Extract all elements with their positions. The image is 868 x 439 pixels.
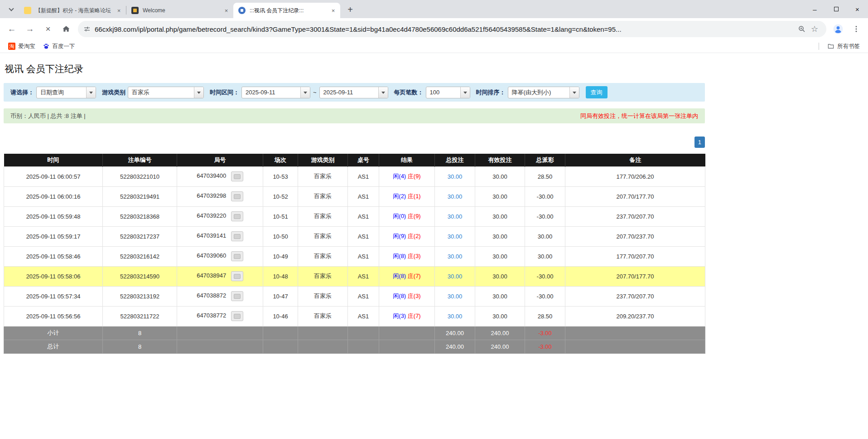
summary-empty <box>177 340 263 353</box>
per-page-input[interactable]: 100 <box>426 87 470 98</box>
sort-value: 降幂(由大到小) <box>508 87 569 98</box>
sort-select[interactable]: 降幂(由大到小) <box>508 87 579 98</box>
round-detail-icon[interactable] <box>231 311 243 321</box>
total-bet-link[interactable]: 30.00 <box>448 293 463 300</box>
banker-result: 庄(7) <box>408 273 421 279</box>
total-bet-link[interactable]: 30.00 <box>448 213 463 220</box>
cell-time: 2025-09-11 05:59:48 <box>4 206 103 226</box>
total-bet-link[interactable]: 30.00 <box>448 253 463 260</box>
total-bet-link[interactable]: 30.00 <box>448 313 463 320</box>
search-button[interactable]: 查询 <box>586 86 608 98</box>
table-row[interactable]: 2025-09-11 05:58:46522803216142647039060… <box>4 246 705 266</box>
url-text[interactable]: 66cxkj98.com/ipl/portal.php/game/betreco… <box>95 25 796 33</box>
bookmark-label: 百度一下 <box>53 43 75 50</box>
round-detail-icon[interactable] <box>231 271 243 281</box>
round-detail-icon[interactable] <box>231 211 243 221</box>
bookmark-label: 爱淘宝 <box>18 43 35 50</box>
tab-bet-records[interactable]: :::视讯 会员下注纪录::: × <box>233 3 340 18</box>
table-row[interactable]: 2025-09-11 05:59:17522803217237647039141… <box>4 226 705 246</box>
table-row[interactable]: 2025-09-11 06:00:16522803219491647039298… <box>4 186 705 206</box>
cell-payout: -30.00 <box>525 266 565 286</box>
cell-time: 2025-09-11 05:58:06 <box>4 266 103 286</box>
stop-button[interactable]: × <box>40 21 56 37</box>
cell-round: 647039298 <box>177 186 263 206</box>
date-from-input[interactable]: 2025-09-11 <box>241 87 310 98</box>
bookmark-star-icon[interactable]: ☆ <box>808 23 821 35</box>
card-glyph <box>234 194 241 199</box>
bookmarks-separator <box>819 43 819 50</box>
summary-empty <box>348 340 379 353</box>
all-bookmarks-button[interactable]: 所有书签 <box>824 41 863 52</box>
back-button[interactable]: ← <box>4 21 20 37</box>
table-row[interactable]: 2025-09-11 06:00:57522803221010647039400… <box>4 166 705 186</box>
chevron-down-icon[interactable] <box>194 87 203 98</box>
chevron-down-icon[interactable] <box>300 87 310 98</box>
total-bet-link[interactable]: 30.00 <box>448 233 463 240</box>
pagination: 1 <box>4 137 705 148</box>
cell-result: 闲(4) 庄(9) <box>379 166 435 186</box>
date-to-input[interactable]: 2025-09-11 <box>319 87 388 98</box>
chevron-down-icon[interactable] <box>460 87 470 98</box>
tab-search-button[interactable] <box>5 3 18 16</box>
site-info-button[interactable] <box>83 25 91 33</box>
summary-empty <box>263 326 298 340</box>
home-icon <box>62 24 71 34</box>
close-window-button[interactable]: × <box>847 0 868 18</box>
close-icon[interactable]: × <box>329 7 337 15</box>
total-bet-link[interactable]: 30.00 <box>448 273 463 280</box>
player-result: 闲(8) <box>393 293 406 299</box>
chevron-down-icon[interactable] <box>86 87 96 98</box>
total-bet-link[interactable]: 30.00 <box>448 173 463 180</box>
chevron-down-icon[interactable] <box>569 87 579 98</box>
table-row[interactable]: 2025-09-11 05:57:34522803213192647038872… <box>4 286 705 306</box>
game-type-select[interactable]: 百家乐 <box>128 87 204 98</box>
tab-title: Welcome <box>143 7 221 14</box>
cell-note: 237.70/207.70 <box>565 286 705 306</box>
total-bet-link[interactable]: 30.00 <box>448 193 463 200</box>
round-detail-icon[interactable] <box>231 291 243 301</box>
close-icon[interactable]: × <box>115 7 123 15</box>
table-row[interactable]: 2025-09-11 05:59:48522803218368647039220… <box>4 206 705 226</box>
betrecord-favicon-icon <box>238 7 246 14</box>
cell-bet-id: 522803214590 <box>103 266 177 286</box>
round-detail-icon[interactable] <box>231 231 243 241</box>
page-1-button[interactable]: 1 <box>694 137 705 148</box>
table-row[interactable]: 2025-09-11 05:56:56522803211722647038772… <box>4 306 705 326</box>
table-row[interactable]: 2025-09-11 05:58:06522803214590647038947… <box>4 266 705 286</box>
cell-valid-bet: 30.00 <box>475 306 525 326</box>
forward-button[interactable]: → <box>22 21 38 37</box>
close-icon[interactable]: × <box>222 7 230 15</box>
cell-valid-bet: 30.00 <box>475 166 525 186</box>
round-detail-icon[interactable] <box>231 251 243 261</box>
chevron-down-icon[interactable] <box>378 87 388 98</box>
player-result: 闲(9) <box>393 233 406 239</box>
tab-forum[interactable]: 【新提醒】积分 - 海燕策略论坛 × <box>19 3 126 18</box>
cell-payout: 30.00 <box>525 246 565 266</box>
cell-bet-id: 522803221010 <box>103 166 177 186</box>
tab-welcome[interactable]: Welcome × <box>126 3 233 18</box>
query-type-select[interactable]: 日期查询 <box>36 87 96 98</box>
player-result: 闲(3) <box>393 312 406 319</box>
round-detail-icon[interactable] <box>231 171 243 181</box>
cell-result: 闲(0) 庄(9) <box>379 206 435 226</box>
maximize-button[interactable] <box>825 0 847 18</box>
round-detail-icon[interactable] <box>231 191 243 201</box>
cell-note: 177.70/206.20 <box>565 166 705 186</box>
menu-button[interactable] <box>848 21 864 37</box>
bookmark-aitaobao[interactable]: 淘 爱淘宝 <box>5 41 39 52</box>
column-header: 总投注 <box>435 154 475 166</box>
new-tab-button[interactable]: + <box>344 3 357 16</box>
home-button[interactable] <box>58 21 74 37</box>
profile-button[interactable] <box>830 21 846 37</box>
bookmark-baidu[interactable]: 百度一下 <box>39 41 79 52</box>
banker-result: 庄(9) <box>408 173 421 180</box>
baidu-paw-icon <box>43 43 50 50</box>
chevron-down-icon <box>9 6 14 11</box>
zoom-button[interactable] <box>796 23 808 35</box>
minimize-button[interactable]: – <box>804 0 825 18</box>
column-header: 局号 <box>177 154 263 166</box>
cell-round: 647039400 <box>177 166 263 186</box>
game-type-label: 游戏类别 <box>102 88 125 97</box>
address-bar[interactable]: 66cxkj98.com/ipl/portal.php/game/betreco… <box>78 21 826 37</box>
summary-empty <box>565 326 705 340</box>
